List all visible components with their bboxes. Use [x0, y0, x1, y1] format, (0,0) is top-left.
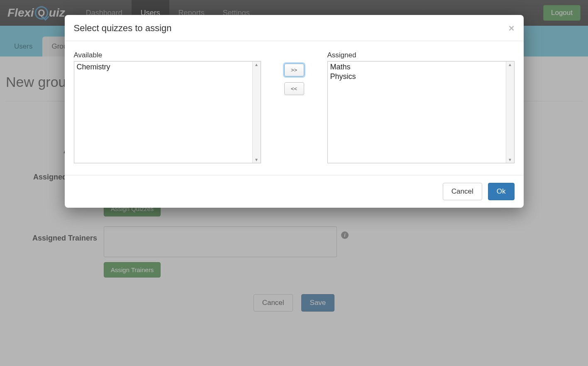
- scroll-up-icon[interactable]: ▲: [508, 61, 512, 68]
- modal-ok-button[interactable]: Ok: [488, 183, 515, 200]
- move-left-button[interactable]: <<: [284, 82, 304, 95]
- list-item[interactable]: Maths: [330, 62, 503, 72]
- assigned-listbox[interactable]: MathsPhysics ▲ ▼: [327, 61, 515, 163]
- modal-title: Select quizzes to assign: [74, 23, 172, 34]
- assigned-label: Assigned: [327, 51, 515, 59]
- available-column: Available Chemistry ▲ ▼: [74, 51, 261, 163]
- assigned-column: Assigned MathsPhysics ▲ ▼: [327, 51, 515, 163]
- scroll-down-icon[interactable]: ▼: [508, 157, 512, 163]
- available-listbox[interactable]: Chemistry ▲ ▼: [74, 61, 261, 163]
- assigned-scrollbar[interactable]: ▲ ▼: [506, 61, 514, 163]
- modal-cancel-button[interactable]: Cancel: [443, 183, 482, 200]
- scroll-down-icon[interactable]: ▼: [254, 157, 259, 163]
- scroll-up-icon[interactable]: ▲: [254, 61, 259, 68]
- list-item[interactable]: Chemistry: [77, 62, 250, 72]
- list-item[interactable]: Physics: [330, 72, 503, 81]
- move-right-button[interactable]: >>: [284, 64, 304, 76]
- close-icon[interactable]: ×: [508, 22, 514, 34]
- modal-body: Available Chemistry ▲ ▼ >> << Assigned M…: [65, 41, 524, 175]
- available-scrollbar[interactable]: ▲ ▼: [252, 61, 261, 163]
- modal-header: Select quizzes to assign ×: [65, 15, 524, 41]
- modal-footer: Cancel Ok: [65, 175, 524, 208]
- available-label: Available: [74, 51, 261, 59]
- assign-quizzes-modal: Select quizzes to assign × Available Che…: [65, 15, 524, 208]
- move-buttons: >> <<: [273, 64, 315, 95]
